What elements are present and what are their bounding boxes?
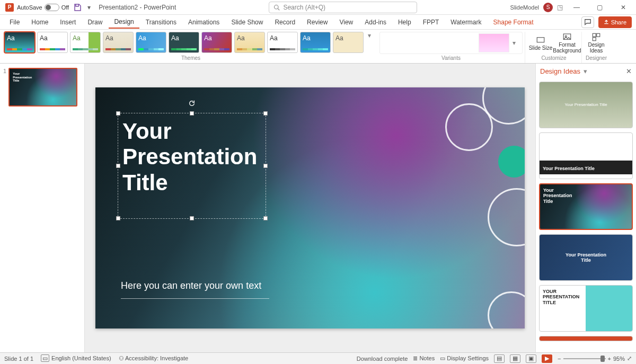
tab-transitions[interactable]: Transitions <box>140 16 182 28</box>
resize-handle[interactable] <box>116 216 120 220</box>
tab-addins[interactable]: Add-ins <box>359 16 392 28</box>
tab-animations[interactable]: Animations <box>183 16 225 28</box>
resize-handle[interactable] <box>263 216 268 220</box>
zoom-control[interactable]: − + 95% ⤢ <box>558 355 632 362</box>
slide-1[interactable]: Your Presentation Title Here you can ent… <box>95 87 525 329</box>
theme-item-3[interactable]: Aa <box>70 32 101 53</box>
comments-button[interactable] <box>581 16 594 28</box>
language-status[interactable]: ▭English (United States) <box>41 355 111 362</box>
theme-item-7[interactable]: Aa <box>201 32 232 53</box>
normal-view-icon[interactable]: ▤ <box>494 354 505 363</box>
autosave-toggle[interactable]: AutoSave Off <box>17 4 69 11</box>
resize-handle[interactable] <box>190 111 194 116</box>
sorter-view-icon[interactable]: ▦ <box>510 354 520 363</box>
tab-insert[interactable]: Insert <box>55 16 81 28</box>
tab-help[interactable]: Help <box>393 16 417 28</box>
subtitle-underline <box>121 298 269 299</box>
tab-file[interactable]: File <box>4 16 25 28</box>
theme-item-5[interactable]: Aa <box>136 32 166 53</box>
fit-icon[interactable]: ⤢ <box>627 355 632 362</box>
accessibility-status[interactable]: ⚇ Accessibility: Investigate <box>119 355 189 362</box>
theme-item-11[interactable]: Aa <box>333 32 364 53</box>
theme-item-4[interactable]: Aa <box>103 32 134 53</box>
app-icon: P <box>5 3 14 12</box>
account-avatar[interactable]: S <box>543 3 553 12</box>
tab-design[interactable]: Design <box>109 16 139 29</box>
design-idea-3[interactable]: Your Presentation Title <box>539 183 633 230</box>
ribbon-tabs: File Home Insert Draw Design Transitions… <box>0 15 636 30</box>
resize-handle[interactable] <box>116 111 120 116</box>
design-idea-5[interactable]: YOUR PRESENTATION TITLE <box>539 285 633 332</box>
design-ideas-label: Design Ideas <box>584 42 608 54</box>
tab-view[interactable]: View <box>334 16 358 28</box>
share-label: Share <box>611 19 626 25</box>
document-title: Presentation2 - PowerPoint <box>99 4 176 11</box>
resize-handle[interactable] <box>263 111 268 116</box>
tab-watermark[interactable]: Watermark <box>445 16 487 28</box>
slide-canvas[interactable]: Your Presentation Title Here you can ent… <box>85 64 535 352</box>
zoom-value[interactable]: 95% <box>613 356 625 362</box>
tab-home[interactable]: Home <box>26 16 54 28</box>
thumbnail-rail[interactable]: 1 Your Presentation Title <box>0 64 85 352</box>
maximize-button[interactable]: ▢ <box>590 0 610 15</box>
slide-size-button[interactable]: Slide Size <box>528 32 553 54</box>
design-ideas-button[interactable]: Design Ideas <box>584 32 608 54</box>
zoom-slider[interactable] <box>563 358 606 359</box>
tab-fppt[interactable]: FPPT <box>418 16 445 28</box>
workspace: 1 Your Presentation Title Your Presentat… <box>0 64 636 352</box>
theme-item-8[interactable]: Aa <box>234 32 265 53</box>
zoom-in-icon[interactable]: + <box>608 356 611 362</box>
tab-slideshow[interactable]: Slide Show <box>226 16 268 28</box>
search-input[interactable]: Search (Alt+Q) <box>269 2 417 13</box>
subtitle-text[interactable]: Here you can enter your own text <box>121 280 261 291</box>
themes-gallery[interactable]: Aa Aa Aa Aa Aa Aa Aa Aa Aa Aa Aa ▾ <box>4 32 377 54</box>
zoom-out-icon[interactable]: − <box>558 356 561 362</box>
svg-rect-6 <box>597 33 600 37</box>
theme-item-10[interactable]: Aa <box>300 32 331 53</box>
slideshow-view-icon[interactable]: ▶ <box>542 354 552 363</box>
qat-dropdown-icon[interactable]: ▾ <box>85 3 93 12</box>
format-background-button[interactable]: Format Background <box>555 32 579 54</box>
slide-size-label: Slide Size <box>529 45 552 51</box>
save-icon[interactable] <box>73 3 82 12</box>
design-idea-6[interactable] <box>539 336 633 341</box>
reading-view-icon[interactable]: ▣ <box>526 354 536 363</box>
display-settings-button[interactable]: ▭ Display Settings <box>440 355 489 362</box>
tab-review[interactable]: Review <box>302 16 333 28</box>
theme-item-2[interactable]: Aa <box>37 32 68 53</box>
tab-record[interactable]: Record <box>269 16 301 28</box>
resize-handle[interactable] <box>116 164 120 168</box>
slide-counter[interactable]: Slide 1 of 1 <box>4 356 33 362</box>
ribbon-display-icon[interactable]: ◳ <box>557 4 563 11</box>
design-ideas-list[interactable]: Your Presentation Title Your Presentatio… <box>536 78 636 352</box>
design-ideas-title: Design Ideas <box>540 67 580 75</box>
resize-handle[interactable] <box>190 216 194 220</box>
pane-close-icon[interactable]: ✕ <box>626 67 632 75</box>
autosave-label: AutoSave <box>17 4 42 11</box>
tab-draw[interactable]: Draw <box>82 16 108 28</box>
share-button[interactable]: Share <box>598 16 632 28</box>
close-button[interactable]: ✕ <box>614 0 633 15</box>
themes-more-icon[interactable]: ▾ <box>368 32 375 39</box>
variants-more-icon[interactable]: ▾ <box>513 39 520 47</box>
pane-dropdown-icon[interactable]: ▾ <box>584 67 587 75</box>
download-status: Download complete <box>357 356 408 362</box>
design-idea-1[interactable]: Your Presentation Title <box>539 82 633 128</box>
title-text[interactable]: Your Presentation Title <box>118 113 266 201</box>
notes-button[interactable]: ≣ Notes <box>413 355 435 362</box>
slide-thumbnail-1[interactable]: Your Presentation Title <box>8 68 77 106</box>
theme-item-6[interactable]: Aa <box>169 32 199 53</box>
tab-shape-format[interactable]: Shape Format <box>488 16 539 28</box>
design-idea-4[interactable]: Your Presentation Title <box>539 234 633 281</box>
rotate-handle-icon[interactable] <box>188 100 196 107</box>
ribbon-content: Aa Aa Aa Aa Aa Aa Aa Aa Aa Aa Aa ▾ Theme… <box>0 30 636 64</box>
account-name[interactable]: SlideModel <box>510 4 539 11</box>
autosave-state: Off <box>61 4 69 11</box>
variants-gallery[interactable]: ▾ <box>379 32 523 54</box>
resize-handle[interactable] <box>263 164 268 168</box>
minimize-button[interactable]: — <box>567 0 586 15</box>
design-idea-2[interactable]: Your Presentation Title <box>539 132 633 179</box>
title-textbox[interactable]: Your Presentation Title <box>118 113 266 219</box>
theme-item-1[interactable]: Aa <box>4 32 35 53</box>
theme-item-9[interactable]: Aa <box>267 32 298 53</box>
